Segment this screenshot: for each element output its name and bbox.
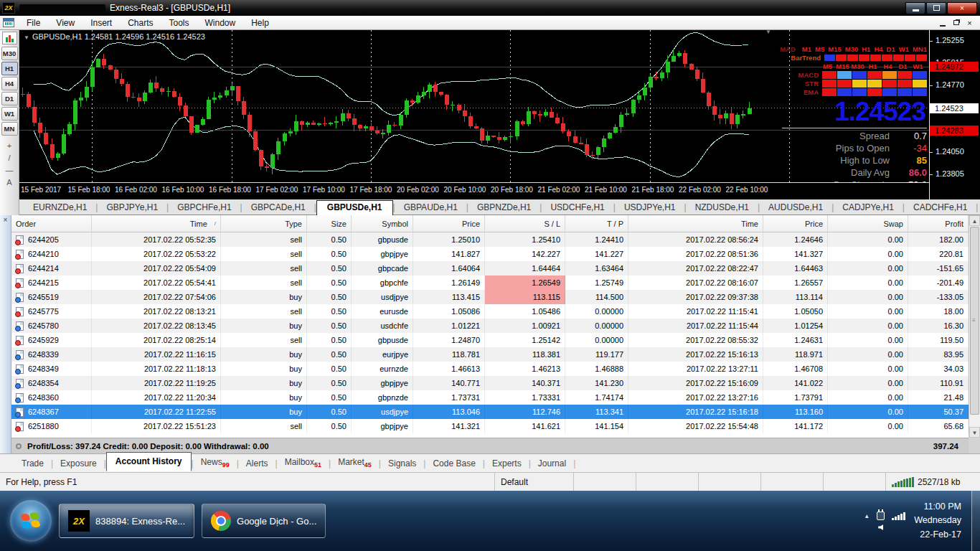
mdi-restore-button[interactable] [950, 18, 962, 28]
table-row[interactable]: 62457802017.02.22 08:13:45buy0.50usdchfe… [11, 319, 969, 333]
power-plug-icon[interactable] [877, 512, 885, 520]
show-desktop-button[interactable] [971, 491, 980, 551]
scroll-down-icon[interactable]: ▼ [969, 427, 980, 438]
taskbar-app-google-d-ch-go[interactable]: Google Dịch - Go... [202, 504, 326, 538]
terminal-close-icon[interactable]: × [0, 215, 11, 225]
column-header-profit-11[interactable]: Profit [908, 215, 969, 232]
column-header-order-0[interactable]: Order [11, 215, 92, 232]
column-header-size-3[interactable]: Size [307, 215, 352, 232]
table-row[interactable]: 62483392017.02.22 11:16:15buy0.50eurjpye… [11, 347, 969, 362]
tab-news[interactable]: News99 [194, 455, 237, 471]
timeframe-h1[interactable]: H1 [1, 62, 18, 75]
symbol-tab-gbpchfe-h1[interactable]: GBPCHFe,H1 [169, 201, 240, 215]
mdi-close-button[interactable]: × [963, 18, 976, 28]
trendline-icon[interactable]: / [2, 151, 17, 164]
maximize-button[interactable] [926, 2, 946, 14]
hline-icon[interactable]: — [2, 164, 17, 176]
volume-icon[interactable] [878, 524, 883, 530]
symbol-tab-gbpjpye-h1[interactable]: GBPJPYe,H1 [98, 201, 166, 215]
timeframe-w1[interactable]: W1 [1, 107, 18, 121]
table-scrollbar[interactable]: ▲ ▼ [969, 215, 980, 438]
timeframe-d1[interactable]: D1 [1, 92, 18, 105]
indicator-name-label: MAD [780, 45, 796, 53]
scrollbar-thumb[interactable] [970, 227, 979, 415]
table-row[interactable]: 62518802017.02.22 15:51:23sell0.50gbpjpy… [11, 419, 969, 433]
table-row[interactable]: 62442142017.02.22 05:54:09sell0.50gbpcad… [11, 261, 969, 276]
symbol-tab-cadjpye-h1[interactable]: CADJPYe,H1 [834, 201, 903, 215]
table-row[interactable]: 62442052017.02.22 05:52:35sell0.50gbpusd… [11, 232, 969, 247]
tab-signals[interactable]: Signals [381, 456, 423, 471]
symbol-tab-usdjpye-h1[interactable]: USDJPYe,H1 [616, 201, 684, 215]
symbol-tab-gbpnzde-h1[interactable]: GBPNZDe,H1 [468, 201, 540, 215]
taskbar-app-838894[interactable]: 2X838894: Exness-Re... [59, 504, 194, 538]
column-header-price-5[interactable]: Price [413, 215, 485, 232]
scroll-up-icon[interactable]: ▲ [969, 215, 980, 226]
tab-alerts[interactable]: Alerts [239, 456, 275, 471]
tab-exposure[interactable]: Exposure [53, 456, 104, 471]
hidden-icons-button[interactable]: ▲ [864, 513, 870, 519]
cell: 2017.02.22 08:13:21 [92, 304, 221, 319]
tab-account-history[interactable]: Account History [106, 452, 192, 471]
symbol-tab-audusde-h1[interactable]: AUDUSDe,H1 [760, 201, 831, 215]
mdi-minimize-button[interactable] [936, 18, 948, 28]
tab-journal[interactable]: Journal [531, 456, 573, 471]
symbol-tab-cadchfe-h1[interactable]: CADCHFe,H1 [905, 201, 976, 215]
timeframe-h4[interactable]: H4 [1, 77, 18, 90]
taskbar-clock[interactable]: 11:00 PM Wednesday 22-Feb-17 [914, 500, 961, 542]
column-header-symbol-4[interactable]: Symbol [352, 215, 413, 232]
table-row[interactable]: 62455192017.02.22 07:54:06buy0.50usdjpye… [11, 290, 969, 304]
start-button[interactable] [10, 500, 52, 542]
symbol-tab-gbpaude-h1[interactable]: GBPAUDe,H1 [395, 201, 466, 215]
table-row[interactable]: 62442152017.02.22 05:54:41sell0.50gbpchf… [11, 276, 969, 290]
menu-item-help[interactable]: Help [243, 17, 277, 29]
bar-chart-icon[interactable] [2, 32, 17, 44]
close-button[interactable]: × [947, 2, 977, 14]
symbol-tab-gbpusde-h1[interactable]: GBPUSDe,H1 [316, 200, 393, 215]
indicator-cell [867, 88, 882, 96]
table-row[interactable]: 62483602017.02.22 11:20:34buy0.50gbpnzde… [11, 390, 969, 405]
menu-item-tools[interactable]: Tools [161, 17, 197, 29]
tab-trade[interactable]: Trade [14, 456, 51, 471]
column-header-swap-10[interactable]: Swap [828, 215, 908, 232]
tab-experts[interactable]: Experts [485, 456, 529, 471]
symbol-tab-nzdusde-h1[interactable]: NZDUSDe,H1 [687, 201, 758, 215]
menu-item-view[interactable]: View [48, 17, 83, 29]
symbol-tab-eurnzde-h1[interactable]: EURNZDe,H1 [24, 201, 95, 215]
menu-item-insert[interactable]: Insert [83, 17, 120, 29]
column-header-s-l-6[interactable]: S / L [485, 215, 565, 232]
cell: buy [221, 347, 307, 362]
text-icon[interactable]: A [2, 176, 17, 188]
taskbar-app-label: Google Dịch - Go... [237, 516, 316, 527]
column-header-price-9[interactable]: Price [763, 215, 828, 232]
column-header-time-8[interactable]: Time [628, 215, 763, 232]
chart-window-icon[interactable] [3, 18, 14, 27]
menu-item-file[interactable]: File [19, 17, 48, 29]
column-header-time-1[interactable]: Time/ [92, 215, 221, 232]
column-header-type-2[interactable]: Type [221, 215, 307, 232]
table-row[interactable]: 62483542017.02.22 11:19:25buy0.50gbpjpye… [11, 376, 969, 390]
network-signal-icon[interactable] [892, 512, 905, 520]
minimize-button[interactable] [905, 2, 925, 14]
cell: 1.05486 [485, 304, 565, 319]
tab-mailbox[interactable]: Mailbox51 [278, 455, 329, 471]
price-chart[interactable]: ▼GBPUSDe,H1 1.24581 1.24596 1.24516 1.24… [19, 30, 929, 182]
crosshair-icon[interactable]: + [2, 139, 17, 151]
cell: 0.00000 [565, 304, 628, 319]
symbol-tab-usdchfe-h1[interactable]: USDCHFe,H1 [542, 201, 613, 215]
menu-item-window[interactable]: Window [197, 17, 244, 29]
cell: 2017.02.22 05:54:41 [92, 276, 221, 290]
tab-code-base[interactable]: Code Base [425, 456, 482, 471]
table-row[interactable]: 62442102017.02.22 05:53:22sell0.50gbpjpy… [11, 247, 969, 261]
cell: 1.24410 [565, 232, 628, 247]
timeframe-mn[interactable]: MN [1, 122, 18, 136]
tab-market[interactable]: Market45 [331, 455, 379, 471]
column-header-t-p-7[interactable]: T / P [565, 215, 628, 232]
symbol-tab-gbpcade-h1[interactable]: GBPCADe,H1 [242, 201, 314, 215]
table-row[interactable]: 62457752017.02.22 08:13:21sell0.50eurusd… [11, 304, 969, 319]
timeframe-m30[interactable]: M30 [1, 47, 18, 60]
table-row[interactable]: 62483672017.02.22 11:22:55buy0.50usdjpye… [11, 405, 969, 419]
menu-item-charts[interactable]: Charts [120, 17, 161, 29]
cell: 2017.02.22 15:16:13 [628, 347, 763, 362]
table-row[interactable]: 62459292017.02.22 08:25:14sell0.50gbpusd… [11, 333, 969, 347]
table-row[interactable]: 62483492017.02.22 11:18:13buy0.50eurnzde… [11, 362, 969, 376]
